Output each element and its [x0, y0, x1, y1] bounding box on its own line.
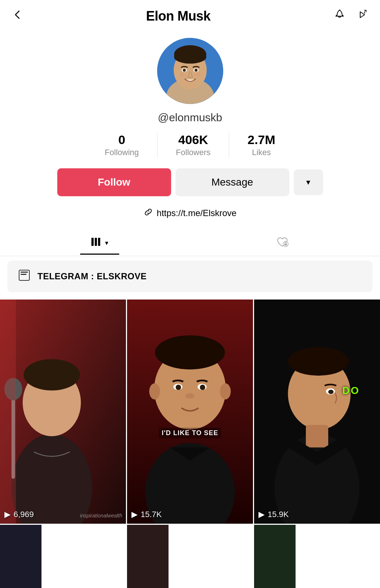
video-thumb-6[interactable] [254, 525, 296, 588]
svg-point-35 [220, 383, 231, 399]
video-play-count-2: ▶ 15.7K [131, 510, 162, 519]
grid-view-icon [91, 237, 102, 248]
tab-videos-chevron: ▾ [105, 239, 108, 247]
svg-rect-48 [0, 525, 41, 588]
svg-point-12 [195, 72, 201, 77]
followers-count: 406K [178, 133, 208, 147]
follow-button[interactable]: Follow [57, 168, 171, 196]
video-thumb-5[interactable] [127, 525, 169, 588]
profile-section: @elonmuskb 0 Following 406K Followers 2.… [0, 31, 380, 230]
tabs-row: ▾ [0, 230, 380, 256]
video-thumb-2[interactable]: I'D LIKE TO SEE ▶ 15.7K [127, 300, 253, 524]
svg-rect-17 [284, 244, 287, 245]
svg-rect-15 [98, 238, 100, 246]
tab-videos[interactable]: ▾ [80, 232, 119, 254]
pinned-section: TELEGRAM : ELSKROVE [0, 256, 380, 296]
back-button[interactable] [11, 8, 24, 24]
stat-likes[interactable]: 2.7M Likes [229, 133, 294, 157]
share-button[interactable] [354, 7, 369, 25]
profile-link[interactable]: https://t.me/Elskrove [144, 207, 236, 219]
pinned-banner-text: TELEGRAM : ELSKROVE [37, 271, 147, 282]
action-buttons: Follow Message ▾ [0, 168, 380, 196]
svg-point-44 [288, 347, 349, 376]
watermark-1: inspirationalwealth [80, 513, 122, 519]
more-options-button[interactable]: ▾ [294, 169, 323, 195]
play-icon-3: ▶ [258, 510, 265, 519]
telegram-icon [18, 269, 32, 284]
svg-point-34 [149, 383, 160, 399]
video-play-count-1: ▶ 6,969 [4, 510, 34, 519]
link-text: https://t.me/Elskrove [157, 208, 236, 218]
pinned-banner[interactable]: TELEGRAM : ELSKROVE [7, 261, 373, 292]
link-icon [144, 207, 153, 219]
svg-rect-50 [254, 525, 296, 588]
svg-point-33 [155, 336, 225, 370]
play-icon-1: ▶ [4, 510, 11, 519]
svg-rect-19 [21, 272, 28, 273]
svg-point-11 [179, 72, 185, 77]
svg-point-9 [183, 69, 186, 72]
video-grid: ▶ 6,969 inspirationalwealth [0, 300, 380, 588]
following-count: 0 [118, 133, 125, 147]
svg-rect-45 [306, 425, 328, 447]
message-button[interactable]: Message [175, 168, 289, 196]
video-play-count-3: ▶ 15.9K [258, 510, 289, 519]
svg-point-40 [185, 393, 194, 399]
svg-point-25 [23, 359, 80, 390]
video-thumb-1[interactable]: ▶ 6,969 inspirationalwealth [0, 300, 126, 524]
likes-label: Likes [252, 148, 271, 157]
stat-following[interactable]: 0 Following [86, 133, 158, 157]
followers-label: Followers [176, 148, 210, 157]
video-text-overlay-2: I'D LIKE TO SEE [159, 428, 221, 438]
svg-rect-14 [95, 238, 97, 246]
svg-point-47 [328, 390, 334, 394]
tab-liked[interactable] [264, 230, 300, 256]
svg-rect-20 [21, 274, 26, 275]
play-icon-2: ▶ [131, 510, 138, 519]
bell-button[interactable] [332, 7, 347, 25]
likes-count: 2.7M [247, 133, 275, 147]
heart-lock-icon [275, 236, 289, 250]
stats-row: 0 Following 406K Followers 2.7M Likes [86, 133, 294, 157]
following-label: Following [105, 148, 139, 157]
page-title: Elon Musk [146, 8, 211, 24]
video-text-overlay-3: DO [342, 385, 360, 397]
svg-point-39 [200, 385, 205, 390]
header: Elon Musk [0, 0, 380, 31]
header-actions [332, 7, 369, 25]
svg-point-6 [174, 50, 206, 64]
svg-rect-49 [127, 525, 169, 588]
svg-point-38 [175, 385, 181, 390]
svg-point-10 [195, 69, 198, 72]
dropdown-arrow-icon: ▾ [306, 178, 310, 187]
avatar [157, 38, 223, 104]
svg-rect-13 [91, 238, 94, 246]
video-thumb-3[interactable]: DO ▶ 15.9K [254, 300, 380, 524]
video-thumb-4[interactable] [0, 525, 41, 588]
stat-followers[interactable]: 406K Followers [158, 133, 229, 157]
profile-username: @elonmuskb [158, 111, 222, 124]
svg-rect-28 [0, 300, 16, 524]
